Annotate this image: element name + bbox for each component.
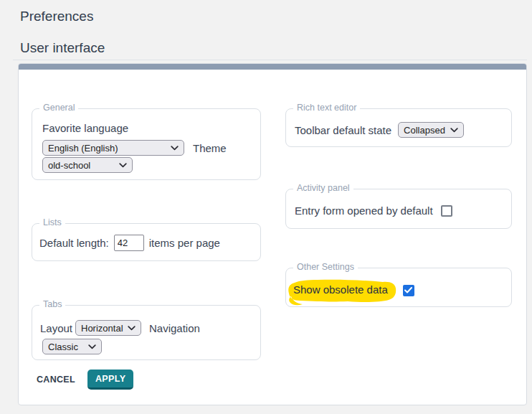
chevron-down-icon <box>171 146 179 151</box>
fieldset-rich-text-editor: Rich text editor Toolbar default state C… <box>285 108 512 147</box>
favorite-language-label: Favorite language <box>42 122 128 134</box>
layout-value: Horizontal <box>81 323 123 334</box>
chevron-down-icon <box>119 163 127 168</box>
fieldset-activity-panel-legend: Activity panel <box>293 183 353 193</box>
page-title: Preferences <box>20 9 93 24</box>
fieldset-activity-panel: Activity panel Entry form opened by defa… <box>285 189 512 229</box>
items-per-page-label: items per page <box>149 237 220 249</box>
fieldset-tabs-legend: Tabs <box>39 299 65 309</box>
fieldset-lists-legend: Lists <box>39 217 65 227</box>
navigation-value: Classic <box>48 342 78 352</box>
navigation-label: Navigation <box>149 322 200 334</box>
section-title: User interface <box>20 40 105 56</box>
theme-label: Theme <box>193 142 227 154</box>
fieldset-tabs: Tabs Layout Horizontal Navigation Classi… <box>32 305 261 360</box>
fieldset-general: General Favorite language English (Engli… <box>32 108 261 180</box>
chevron-down-icon <box>128 326 136 331</box>
show-obsolete-label-wrapper: Show obsolete data <box>290 281 392 300</box>
cancel-button[interactable]: CANCEL <box>37 375 75 385</box>
check-icon <box>404 287 412 293</box>
preferences-panel: General Favorite language English (Engli… <box>18 63 527 405</box>
entry-form-label: Entry form opened by default <box>295 204 433 217</box>
show-obsolete-checkbox[interactable] <box>403 285 414 296</box>
fieldset-lists: Lists Default length: items per page <box>32 223 261 261</box>
fieldset-rich-text-editor-legend: Rich text editor <box>293 103 360 113</box>
default-length-label: Default length: <box>39 237 109 249</box>
apply-button[interactable]: APPLY <box>87 370 134 390</box>
default-length-input[interactable] <box>114 235 144 251</box>
panel-top-bar <box>19 64 526 70</box>
toolbar-state-label: Toolbar default state <box>295 124 391 136</box>
toolbar-state-value: Collapsed <box>404 125 445 136</box>
form-actions: CANCEL APPLY <box>37 370 133 390</box>
layout-select[interactable]: Horizontal <box>75 320 141 336</box>
toolbar-state-select[interactable]: Collapsed <box>398 122 464 138</box>
show-obsolete-label: Show obsolete data <box>293 283 388 296</box>
header-divider <box>13 60 527 60</box>
chevron-down-icon <box>88 344 96 349</box>
favorite-language-select[interactable]: English (English) <box>42 140 184 156</box>
layout-label: Layout <box>40 322 72 334</box>
navigation-select[interactable]: Classic <box>42 339 102 354</box>
fieldset-other-settings: Other Settings Show obsolete data <box>285 268 512 307</box>
theme-select[interactable]: old-school <box>42 157 133 173</box>
fieldset-other-settings-legend: Other Settings <box>293 262 358 272</box>
favorite-language-value: English (English) <box>48 143 118 154</box>
entry-form-checkbox[interactable] <box>441 205 452 217</box>
theme-value: old-school <box>48 160 90 171</box>
chevron-down-icon <box>450 128 458 133</box>
fieldset-general-legend: General <box>39 103 78 113</box>
